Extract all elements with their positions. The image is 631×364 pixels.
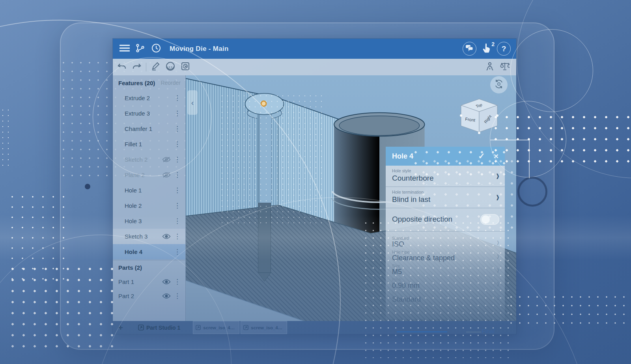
- dot-grid-decoration: [7, 192, 66, 288]
- final-label: Final: [482, 328, 495, 334]
- measure-button[interactable]: [497, 61, 512, 73]
- pointing-hand-icon: [483, 43, 491, 54]
- chevron-right-icon: ›: [496, 167, 499, 183]
- menu-button[interactable]: [117, 42, 133, 56]
- feature-panel: Features (20) Reorder Extrude 2 ⋮ Extrud…: [113, 75, 186, 321]
- orbit-mode-button[interactable]: [490, 76, 508, 93]
- rollback-slider[interactable]: [397, 331, 447, 332]
- pencil-icon: [151, 62, 160, 72]
- redo-button[interactable]: [129, 61, 144, 73]
- sphere-icon: [166, 62, 175, 73]
- versions-button[interactable]: [133, 42, 148, 56]
- parts-header: Parts (2): [113, 260, 185, 274]
- confirm-check-icon[interactable]: ✓: [478, 151, 485, 161]
- feature-row-chamfer-1[interactable]: Chamfer 1 ⋮: [113, 121, 185, 136]
- kebab-menu-icon[interactable]: ⋮: [174, 202, 181, 210]
- sketch-button[interactable]: [148, 61, 163, 73]
- hole-feature-dialog: Hole 4 ✓ × Hole style Counterbore › Hole…: [386, 147, 505, 319]
- kebab-menu-icon[interactable]: ⋮: [174, 186, 181, 194]
- dot-grid-decoration: [7, 263, 114, 349]
- size-param[interactable]: Size M5 ›: [386, 263, 505, 277]
- analysis-button[interactable]: [482, 61, 497, 73]
- rollback-footer: Final: [386, 327, 505, 337]
- eye-icon[interactable]: [162, 293, 171, 299]
- touch-badge: 2: [491, 41, 495, 47]
- touch-gestures-button[interactable]: 2: [480, 42, 494, 56]
- opposite-direction-toggle[interactable]: [480, 214, 499, 225]
- cancel-close-icon[interactable]: ×: [494, 151, 498, 161]
- feature-row-fillet-1[interactable]: Fillet 1 ⋮: [113, 136, 185, 152]
- dot-grid-decoration: [507, 293, 631, 330]
- feature-row-sketch-2[interactable]: Sketch 2 ⋮: [113, 152, 185, 167]
- reorder-button[interactable]: Reorder: [161, 80, 181, 86]
- kebab-menu-icon[interactable]: ⋮: [174, 109, 181, 118]
- feature-row-sketch-3[interactable]: Sketch 3 ⋮: [113, 229, 185, 244]
- dialog-body: Hole style Counterbore › Hole terminatio…: [386, 166, 505, 319]
- fit-param[interactable]: Fit Standard ›: [386, 291, 505, 305]
- chevron-left-icon: ‹: [191, 98, 194, 107]
- pitch-param[interactable]: Pitch 0.90 mm ›: [386, 277, 505, 291]
- toggle-knob: [482, 215, 490, 224]
- help-button[interactable]: ?: [497, 42, 511, 56]
- scales-icon: [500, 62, 510, 72]
- views-cube-icon: [181, 62, 190, 72]
- dialog-header: Hole 4 ✓ ×: [386, 147, 505, 166]
- toolbar-divider: [146, 63, 146, 71]
- tab-screw-document-1[interactable]: screw_iso_4762-m...: [193, 321, 239, 334]
- view-cube[interactable]: Top Front Right: [459, 98, 500, 134]
- undo-button[interactable]: [114, 61, 129, 73]
- kebab-menu-icon[interactable]: ⋮: [174, 248, 181, 256]
- kebab-menu-icon[interactable]: ⋮: [174, 292, 181, 300]
- history-button[interactable]: [148, 42, 164, 56]
- part-row-2[interactable]: Part 2 ⋮: [113, 289, 185, 303]
- panel-collapse-handle[interactable]: ‹: [187, 90, 198, 115]
- rollback-track: [466, 332, 481, 332]
- standard-param[interactable]: Standard ISO ›: [386, 236, 505, 250]
- comments-button[interactable]: [463, 42, 476, 56]
- part-studio-icon: [243, 325, 248, 330]
- feature-row-extrude-2[interactable]: Extrude 2 ⋮: [113, 90, 185, 106]
- feature-row-hole-2[interactable]: Hole 2 ⋮: [113, 198, 185, 213]
- part-row-1[interactable]: Part 1 ⋮: [113, 274, 185, 289]
- redo-icon: [133, 63, 141, 71]
- eye-slash-icon[interactable]: [162, 172, 171, 178]
- stage: Moving Die - Main 2 ?: [0, 0, 631, 364]
- kebab-menu-icon[interactable]: ⋮: [174, 155, 181, 164]
- kebab-menu-icon[interactable]: ⋮: [174, 140, 181, 148]
- features-header-label: Features (20): [118, 80, 155, 86]
- kebab-menu-icon[interactable]: ⋮: [174, 171, 181, 179]
- undo-icon: [118, 63, 126, 71]
- chevron-right-icon: ›: [497, 263, 499, 276]
- feature-panel-header: Features (20) Reorder: [113, 75, 185, 90]
- dot-grid-decoration: [0, 107, 9, 170]
- branch-icon: [136, 44, 145, 54]
- eye-icon[interactable]: [162, 279, 171, 285]
- add-tab-button[interactable]: +: [113, 323, 129, 332]
- circle-decoration: [510, 29, 593, 112]
- hole-style-field[interactable]: Hole style Counterbore ›: [386, 166, 505, 187]
- feature-row-plane-2[interactable]: Plane 2 ⋮: [113, 167, 185, 183]
- tab-part-studio-1[interactable]: Part Studio 1: [133, 321, 187, 334]
- chevron-right-icon: ›: [497, 235, 499, 248]
- kebab-menu-icon[interactable]: ⋮: [174, 278, 181, 286]
- kebab-menu-icon[interactable]: ⋮: [174, 94, 181, 102]
- opposite-direction-row: Opposite direction: [386, 208, 505, 231]
- chevron-right-icon: ›: [497, 249, 499, 262]
- hole-type-param[interactable]: Hole type Clearance & tapped ›: [386, 250, 505, 263]
- kebab-menu-icon[interactable]: ⋮: [174, 232, 181, 241]
- feature-row-hole-1[interactable]: Hole 1 ⋮: [113, 183, 185, 198]
- shaded-view-button[interactable]: [163, 61, 178, 73]
- eye-slash-icon[interactable]: [162, 157, 171, 162]
- feature-row-hole-4[interactable]: Hole 4 ⋮: [113, 244, 185, 259]
- hole-termination-field[interactable]: Hole termination Blind in last ›: [386, 187, 505, 208]
- kebab-menu-icon[interactable]: ⋮: [174, 217, 181, 225]
- named-views-button[interactable]: [178, 61, 193, 73]
- tab-screw-document-2[interactable]: screw_iso_4762-m...: [241, 321, 287, 334]
- part-studio-icon: [138, 325, 144, 330]
- feature-row-hole-3[interactable]: Hole 3 ⋮: [113, 213, 185, 229]
- feature-row-extrude-3[interactable]: Extrude 3 ⋮: [113, 106, 185, 121]
- toolbar: [113, 59, 516, 75]
- chevron-right-icon: ›: [497, 277, 499, 290]
- kebab-menu-icon[interactable]: ⋮: [174, 125, 181, 133]
- eye-icon[interactable]: [162, 233, 171, 239]
